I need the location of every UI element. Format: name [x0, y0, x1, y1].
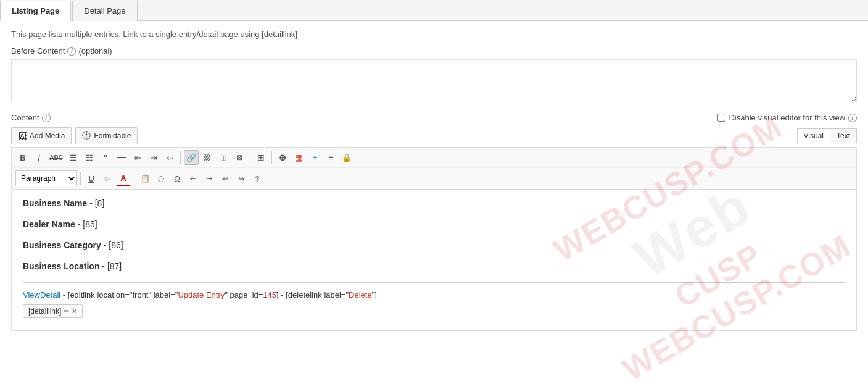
redo-icon[interactable]: ↪: [234, 171, 249, 186]
frm-icon-2[interactable]: ≡: [307, 150, 322, 165]
tab-detail[interactable]: Detail Page: [72, 1, 137, 21]
frm-icon-3[interactable]: ≡: [323, 150, 338, 165]
omega-icon[interactable]: Ω: [170, 171, 184, 186]
before-content-label: Before Content i (optional): [11, 46, 857, 56]
text-color-icon[interactable]: A: [116, 171, 131, 186]
add-media-icon: 🖼: [18, 131, 27, 141]
editlink-code: - [editlink location="front" label="Upda…: [63, 290, 377, 299]
field-code-1: - [85]: [78, 219, 97, 229]
before-content-label-text: Before Content: [11, 46, 65, 56]
field-code-2: - [86]: [104, 240, 123, 250]
detail-link[interactable]: Detail: [40, 290, 60, 299]
toolbar-sep-5: [134, 172, 134, 185]
strikethrough-icon[interactable]: ABC: [48, 150, 65, 165]
formidable-label: Formidable: [94, 132, 131, 140]
tab-listing[interactable]: Listing Page: [0, 1, 71, 21]
content-label-text: Content: [11, 113, 39, 122]
remove-format-icon[interactable]: ◌: [154, 171, 168, 186]
visual-button[interactable]: Visual: [798, 129, 830, 143]
disable-visual-editor-checkbox[interactable]: [717, 114, 725, 122]
editor-toolbar: B I ABC ☰ ☷ " — ⇤ ⇥ ⇦ 🔗 ⛓ ◫ ⊠ ⊞ ⊕ ▦: [11, 147, 857, 189]
toolbar-icons-row-2: Paragraph Heading 1 Heading 2 Heading 3 …: [12, 168, 856, 189]
italic-icon[interactable]: I: [31, 150, 46, 165]
ordered-list-icon[interactable]: ☷: [82, 150, 97, 165]
content-label-row: Content i: [11, 113, 51, 122]
paste-icon[interactable]: 📋: [138, 171, 152, 186]
disable-visual-editor-row: Disable visual editor for this view i: [717, 113, 857, 122]
undo-icon[interactable]: ↩: [218, 171, 233, 186]
toolbar-left: 🖼 Add Media ⓕ Formidable: [11, 127, 138, 144]
disable-visual-editor-info-icon[interactable]: i: [848, 114, 857, 122]
link-icon[interactable]: 🔗: [184, 150, 199, 165]
editor-link-line: ViewDetail - [editlink location="front" …: [23, 290, 845, 299]
view-link[interactable]: View: [23, 290, 40, 299]
content-row: Content i Disable visual editor for this…: [11, 113, 857, 122]
description-text: This page lists multiple entries. Link t…: [11, 30, 857, 39]
indent-icon[interactable]: ⇥: [202, 171, 217, 186]
add-media-label: Add Media: [30, 132, 65, 140]
before-content-info-icon[interactable]: i: [67, 47, 76, 56]
align-left-icon[interactable]: ⇤: [130, 150, 145, 165]
underline-icon[interactable]: U: [84, 171, 99, 186]
horizontal-rule-icon[interactable]: —: [114, 150, 129, 165]
before-content-optional: (optional): [78, 46, 112, 56]
more-icon[interactable]: ⊕: [275, 150, 290, 165]
field-label-2: Business Category: [23, 240, 101, 250]
align-right-icon[interactable]: ⇦: [162, 150, 177, 165]
formidable-icon: ⓕ: [82, 130, 91, 141]
content-info-icon[interactable]: i: [42, 114, 51, 122]
justify-icon[interactable]: ⇦: [100, 171, 115, 186]
editor-field-3: Business Location - [87]: [23, 261, 845, 271]
toolbar-icons-row-1: B I ABC ☰ ☷ " — ⇤ ⇥ ⇦ 🔗 ⛓ ◫ ⊠ ⊞ ⊕ ▦: [12, 148, 856, 168]
field-code-0: - [8]: [89, 198, 104, 208]
content-area: This page lists multiple entries. Link t…: [0, 21, 868, 340]
toolbar-sep-3: [271, 151, 272, 164]
media-toolbar-row: 🖼 Add Media ⓕ Formidable Visual Text: [11, 127, 857, 144]
lock-icon[interactable]: 🔒: [339, 150, 354, 165]
toolbar-sep-4: [80, 172, 81, 185]
detaillink-tag: [detaillink] ✏ ✕: [23, 304, 83, 318]
toolbar-sep-1: [180, 151, 181, 164]
before-content-textarea[interactable]: [11, 59, 857, 102]
text-button[interactable]: Text: [830, 129, 856, 143]
table-icon[interactable]: ⊞: [254, 150, 268, 165]
editor-field-0: Business Name - [8]: [23, 198, 845, 208]
visual-text-toggle: Visual Text: [797, 128, 857, 143]
formidable-button[interactable]: ⓕ Formidable: [75, 127, 138, 144]
insert-before-icon[interactable]: ◫: [216, 150, 231, 165]
page-wrapper: Listing Page Detail Page This page lists…: [0, 0, 868, 389]
add-media-button[interactable]: 🖼 Add Media: [11, 127, 72, 144]
field-label-3: Business Location: [23, 261, 99, 271]
detaillink-close-icon[interactable]: ✕: [72, 307, 77, 316]
frm-icon-1[interactable]: ▦: [291, 150, 306, 165]
field-label-0: Business Name: [23, 198, 87, 208]
unlink-icon[interactable]: ⛓: [200, 150, 215, 165]
align-center-icon[interactable]: ⇥: [146, 150, 161, 165]
unordered-list-icon[interactable]: ☰: [66, 150, 81, 165]
editor-field-2: Business Category - [86]: [23, 240, 845, 250]
editor-field-1: Dealer Name - [85]: [23, 219, 845, 229]
field-label-1: Dealer Name: [23, 219, 75, 229]
paragraph-select[interactable]: Paragraph Heading 1 Heading 2 Heading 3 …: [15, 170, 77, 186]
outdent-icon[interactable]: ⇤: [186, 171, 200, 186]
blockquote-icon[interactable]: ": [98, 150, 113, 165]
editor-divider: [23, 282, 845, 283]
field-code-3: - [87]: [102, 261, 122, 271]
detaillink-tag-text: [detaillink]: [28, 307, 61, 316]
insert-after-icon[interactable]: ⊠: [232, 150, 247, 165]
disable-visual-editor-label: Disable visual editor for this view: [729, 113, 845, 122]
toolbar-sep-2: [250, 151, 250, 164]
help-icon[interactable]: ?: [250, 171, 265, 186]
bold-icon[interactable]: B: [15, 150, 30, 165]
tabs-bar: Listing Page Detail Page: [0, 0, 868, 21]
detaillink-edit-icon[interactable]: ✏: [64, 307, 69, 316]
editor-content[interactable]: Business Name - [8] Dealer Name - [85] B…: [11, 189, 857, 331]
